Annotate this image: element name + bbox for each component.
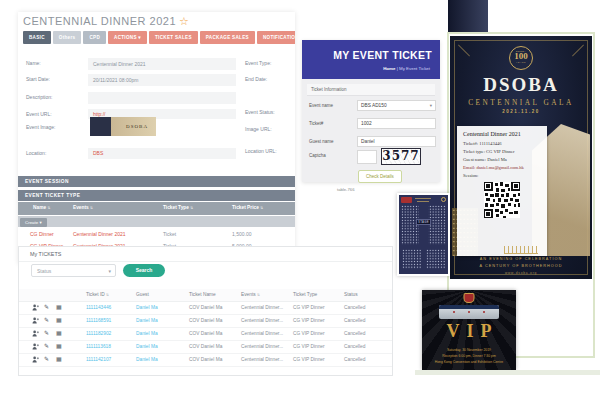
tab-cpd[interactable]: CPD	[83, 31, 106, 44]
screenshot-root: CENTENNIAL DINNER 2021☆ BASIC Others CPD…	[0, 0, 600, 400]
assign-guest-icon[interactable]	[32, 330, 39, 339]
qr-code-icon[interactable]: ▦	[56, 304, 62, 311]
description-label: Description:	[26, 94, 52, 100]
divider	[19, 261, 392, 262]
edit-icon[interactable]: ✎	[44, 317, 49, 324]
guest-link[interactable]: Daniel Ma	[136, 331, 158, 336]
col-ticket-type[interactable]: Ticket Type ⇅	[163, 205, 193, 210]
location-link[interactable]: DBS	[88, 148, 236, 159]
create-button[interactable]: Create ▾	[20, 218, 47, 227]
tab-others[interactable]: Others	[53, 31, 82, 44]
status-select-value: Status	[37, 268, 51, 274]
table-row: ✎ ▦ 1111113618 Daniel Ma COV Daniel Ma C…	[19, 340, 392, 354]
my-tickets-panel: My TICKETS Status ▾ Search Ticket ID ⇅ G…	[18, 246, 393, 376]
ticket-id-link[interactable]: 1111168591	[86, 318, 111, 323]
sort-icon[interactable]: ⇅	[90, 206, 93, 210]
guest-link[interactable]: Daniel Ma	[136, 357, 158, 362]
favorite-star-icon[interactable]: ☆	[179, 15, 189, 27]
col-status: Status	[344, 292, 358, 297]
section-event-session[interactable]: EVENT SESSION	[18, 176, 295, 187]
page-title-text: CENTENNIAL DINNER 2021	[23, 15, 176, 27]
sort-icon[interactable]: ⇅	[260, 206, 263, 210]
stage-roof	[439, 305, 499, 309]
col-name[interactable]: Name ⇅	[33, 205, 50, 210]
sort-icon[interactable]: ⇅	[190, 206, 193, 210]
qr-code-icon[interactable]: ▦	[56, 343, 62, 350]
guest-link[interactable]: Daniel Ma	[136, 318, 158, 323]
col-events[interactable]: Events ⇅	[73, 205, 93, 210]
col-ticket-price[interactable]: Ticket Price ⇅	[232, 205, 263, 210]
guest-link[interactable]: Daniel Ma	[136, 305, 158, 310]
ticket-type-cell: CG VIP Dinner	[293, 344, 325, 349]
event-image-thumbnail[interactable]: DSOBA	[90, 117, 156, 136]
col-ticket-type: Ticket Type	[293, 292, 317, 297]
ticket-email: Email: daniel.ma@gmail.com.hk	[463, 164, 541, 172]
status-cell: Cancelled	[344, 318, 365, 323]
description-value	[88, 92, 236, 104]
col-events[interactable]: Events ⇅	[241, 292, 260, 297]
edit-icon[interactable]: ✎	[44, 304, 49, 311]
gala-ticket-artwork: DSOBA 100 YEARS DSOBA CENTENNIAL GALA 20…	[450, 36, 592, 279]
tab-actions[interactable]: ACTIONS ▾	[108, 31, 147, 44]
ticket-number: Ticket#: 1111143446	[463, 140, 541, 148]
ticket-name-cell: COV Daniel Ma	[189, 305, 222, 310]
badge-bottom-text: YEARS	[510, 61, 532, 63]
ticket-id-link[interactable]: 1111113618	[86, 344, 111, 349]
ticket-type-cell: CG VIP Dinner	[293, 357, 325, 362]
qr-code-icon[interactable]: ▦	[56, 317, 62, 324]
sort-icon[interactable]: ⇅	[257, 293, 260, 297]
ticket-number-input[interactable]: 1002	[357, 118, 436, 129]
ticket-type-name-link[interactable]: CG Dinner	[30, 231, 54, 237]
status-cell: Cancelled	[344, 331, 365, 336]
sort-icon[interactable]: ⇅	[106, 293, 109, 297]
qr-code-icon[interactable]: ▦	[56, 356, 62, 363]
seating-chart-thumbnail[interactable]: STAGE	[397, 193, 450, 276]
gala-date: 2021.11.20	[450, 109, 592, 114]
tab-basic[interactable]: BASIC	[23, 31, 51, 44]
assign-guest-icon[interactable]	[32, 356, 39, 365]
ticket-type-event-link[interactable]: Centennial Dinner 2021	[73, 231, 126, 237]
chevron-down-icon: ▾	[108, 265, 111, 278]
ticket-type-price: 1,500.00	[232, 231, 251, 237]
table-row: ✎ ▦ 1111143446 Daniel Ma COV Daniel Ma C…	[19, 301, 392, 315]
guest-link[interactable]: Daniel Ma	[136, 344, 158, 349]
search-button[interactable]: Search	[123, 264, 165, 277]
breadcrumb-home[interactable]: Home	[383, 66, 395, 71]
sort-icon[interactable]: ⇅	[47, 206, 50, 210]
event-url-label: Event URL:	[26, 111, 52, 117]
assign-guest-icon[interactable]	[32, 343, 39, 352]
ticket-type-cell: CG VIP Dinner	[293, 318, 325, 323]
event-name-label: Event name	[309, 103, 333, 108]
event-name-select[interactable]: DBS AD150 ▾	[357, 100, 436, 111]
tab-ticket-sales[interactable]: TICKET SALES	[149, 31, 198, 44]
assign-guest-icon[interactable]	[32, 317, 39, 326]
col-ticket-name: Ticket Name	[189, 292, 216, 297]
table-row: ✎ ▦ 1111168591 Daniel Ma COV Daniel Ma C…	[19, 314, 392, 328]
check-details-button[interactable]: Check Details	[358, 170, 402, 183]
chevron-down-icon: ▾	[430, 101, 432, 110]
ticket-id-link[interactable]: 1111182902	[86, 331, 111, 336]
events-cell: Centennial Dinner...	[241, 344, 283, 349]
guest-name-label: Guest name	[309, 139, 334, 144]
event-status-label: Event Status:	[245, 109, 275, 115]
tab-notification-all[interactable]: NOTIFICATION ALL	[257, 31, 295, 44]
assign-guest-icon[interactable]	[32, 304, 39, 313]
section-event-ticket-type[interactable]: EVENT TICKET TYPE	[18, 190, 295, 201]
events-cell: Centennial Dinner...	[241, 318, 283, 323]
ticket-id-link[interactable]: 1111143446	[86, 305, 111, 310]
edit-icon[interactable]: ✎	[44, 356, 49, 363]
ticket-id-link[interactable]: 1111142107	[86, 357, 111, 362]
qr-code	[484, 182, 520, 218]
status-select[interactable]: Status ▾	[31, 264, 116, 277]
edit-icon[interactable]: ✎	[44, 330, 49, 337]
guest-name-input[interactable]: Daniel	[357, 136, 436, 147]
captcha-input[interactable]	[357, 150, 377, 164]
col-ticket-id[interactable]: Ticket ID ⇅	[86, 292, 109, 297]
tab-package-sales[interactable]: PACKAGE SALES	[200, 31, 255, 44]
qr-code-icon[interactable]: ▦	[56, 330, 62, 337]
col-guest: Guest	[136, 292, 149, 297]
image-url-label: Image URL:	[245, 126, 272, 132]
stage-dot	[453, 311, 455, 313]
seat-dots-left	[402, 249, 421, 269]
edit-icon[interactable]: ✎	[44, 343, 49, 350]
